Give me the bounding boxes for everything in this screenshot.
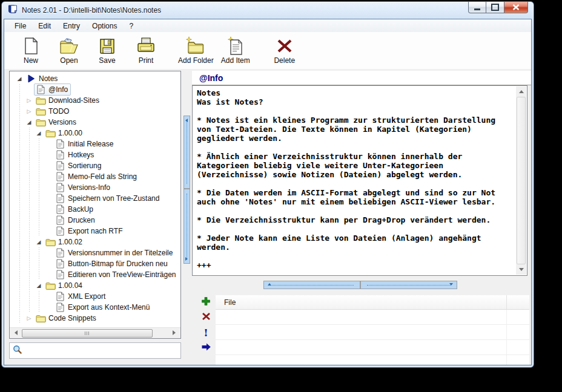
search-box: [9, 342, 181, 359]
tree-item-hotkeys[interactable]: Hotkeys: [15, 149, 180, 160]
tree-item-download-sites[interactable]: ▷Download-Sites: [15, 95, 180, 106]
tree-item-label: TODO: [48, 107, 69, 116]
tree-item-todo[interactable]: ▷TODO: [15, 106, 180, 117]
tree-item-export-aus-kontext-men[interactable]: Export aus Kontext-Menü: [15, 302, 180, 313]
file-column-header[interactable]: File: [216, 295, 507, 309]
tree-item-drucken[interactable]: Drucken: [15, 215, 180, 226]
tree-item-info[interactable]: @Info: [15, 84, 180, 95]
menu-item-edit[interactable]: Edit: [32, 21, 57, 31]
exclaim-file-button[interactable]: !: [199, 327, 213, 338]
collapse-down-icon[interactable]: [449, 283, 453, 286]
tree-item-backup[interactable]: BackUp: [15, 204, 180, 215]
tree-item-label: Versions-Info: [68, 183, 110, 192]
tree-item-button-bitmap-f-r-drucken-neu[interactable]: Button-Bitmap für Drucken neu: [15, 258, 180, 269]
note-body-text[interactable]: Notes Was ist Notes? * Notes ist ein kle…: [197, 88, 512, 273]
horizontal-splitter-right[interactable]: [360, 281, 457, 289]
exclamation-icon: !: [203, 328, 208, 338]
tree-item-1-00-04[interactable]: ◢1.00.04: [15, 280, 180, 291]
delete-button[interactable]: Delete: [266, 35, 303, 65]
tree-scrollbar-thumb[interactable]: [22, 329, 153, 338]
scroll-down-arrow-icon[interactable]: [516, 265, 526, 274]
save-floppy-icon: [97, 36, 117, 56]
expander-expanded-icon[interactable]: ◢: [34, 280, 44, 291]
expander-collapsed-icon[interactable]: ▷: [24, 106, 34, 117]
collapse-right-icon[interactable]: [185, 257, 188, 261]
restore-icon: [491, 4, 499, 11]
add-folder-button[interactable]: Add Folder: [174, 35, 217, 65]
tree-item-xml-export[interactable]: XML Export: [15, 291, 180, 302]
attachment-list: File: [216, 295, 529, 365]
notes-app-icon: [8, 4, 18, 16]
scroll-right-arrow-icon[interactable]: [169, 328, 179, 338]
expander-expanded-icon[interactable]: ◢: [15, 73, 24, 84]
close-button[interactable]: [504, 2, 528, 13]
expander-collapsed-icon[interactable]: ▷: [24, 95, 34, 106]
expander-expanded-icon[interactable]: ◢: [34, 128, 44, 139]
tree-item-editieren-von-treeview-eintr-gen[interactable]: Editieren von TreeView-Einträgen: [15, 269, 180, 280]
tree-item-versions-info[interactable]: Versions-Info: [15, 182, 180, 193]
collapse-up-icon[interactable]: [268, 283, 271, 286]
new-button[interactable]: New: [13, 35, 49, 65]
tree-item-1-00-02[interactable]: ◢1.00.02: [15, 237, 180, 247]
toolbar-button-label: Open: [60, 56, 78, 65]
open-button[interactable]: Open: [51, 35, 87, 65]
menu-item-options[interactable]: Options: [86, 21, 123, 31]
tree-item-export-nach-rtf[interactable]: Export nach RTF: [15, 226, 180, 237]
tree-item-label: Versions: [48, 118, 76, 126]
tree-item-label: 1.00.00: [58, 129, 82, 137]
tree-item-versions[interactable]: ◢Versions: [15, 117, 180, 128]
search-input[interactable]: [25, 346, 180, 356]
attachment-row: [216, 325, 529, 340]
save-button[interactable]: Save: [89, 35, 125, 65]
note-editor[interactable]: Notes Was ist Notes? * Notes ist ein kle…: [192, 85, 527, 276]
notes-tree-panel: ◢Notes@Info▷Download-Sites▷TODO◢Versions…: [9, 71, 181, 339]
folder-icon: [35, 107, 46, 116]
scroll-up-arrow-icon[interactable]: [516, 87, 526, 96]
menu-item-[interactable]: ?: [123, 21, 139, 31]
tree-item-initial-release[interactable]: Initial Release: [15, 139, 180, 149]
tree-item-notes[interactable]: ◢Notes: [15, 73, 180, 84]
remove-file-button[interactable]: [199, 312, 213, 323]
vertical-splitter-bottom[interactable]: [183, 189, 190, 264]
horizontal-splitter-left[interactable]: [263, 281, 360, 289]
tree-item-label: Hotkeys: [68, 151, 94, 159]
tree-item-label: Code Snippets: [48, 314, 96, 322]
tree-item-label: Drucken: [68, 216, 95, 224]
folder-icon: [45, 238, 56, 247]
note-vertical-scrollbar[interactable]: [516, 87, 526, 275]
extra-column-header[interactable]: [507, 295, 529, 309]
note-page-icon: [35, 85, 46, 94]
tree-item-versionsnummer-in-der-titelzeile[interactable]: Versionsnummer in der Titelzeile: [15, 247, 180, 258]
folder-icon: [35, 314, 46, 323]
open-file-button[interactable]: [199, 342, 213, 353]
add-item-button[interactable]: Add Item: [217, 35, 254, 65]
note-title: @Info: [199, 73, 223, 83]
open-folder-icon: [59, 36, 79, 56]
expander-collapsed-icon[interactable]: ▷: [24, 313, 34, 324]
tree-item-memo-feld-als-string[interactable]: Memo-Feld als String: [15, 171, 180, 182]
expander-expanded-icon[interactable]: ◢: [24, 117, 34, 128]
folder-icon: [45, 281, 56, 290]
add-file-button[interactable]: [199, 297, 213, 308]
menu-item-entry[interactable]: Entry: [57, 21, 86, 31]
tree-item-sortierung[interactable]: Sortierung: [15, 160, 180, 171]
tree-item-code-snippets[interactable]: ▷Code Snippets: [15, 313, 180, 324]
menu-item-file[interactable]: File: [8, 21, 32, 31]
expander-expanded-icon[interactable]: ◢: [34, 237, 44, 247]
tree-horizontal-scrollbar[interactable]: [10, 327, 180, 338]
note-page-icon: [55, 139, 65, 149]
minimize-button[interactable]: [468, 2, 486, 13]
tree-item-1-00-00[interactable]: ◢1.00.00: [15, 128, 180, 139]
print-icon: [136, 36, 156, 56]
print-button[interactable]: Print: [128, 35, 164, 65]
titlebar[interactable]: Notes 2.01 - D:\intelli-bit\Notes\Notes.…: [2, 2, 534, 19]
note-page-icon: [55, 248, 65, 258]
vertical-splitter-top[interactable]: [183, 116, 190, 189]
tree-item-speichern-von-tree-zustand[interactable]: Speichern von Tree-Zustand: [15, 193, 180, 204]
tree-item-label: @Info: [48, 85, 68, 94]
toolbar-button-label: Add Folder: [178, 56, 214, 65]
collapse-left-icon[interactable]: [185, 119, 188, 122]
note-scrollbar-thumb[interactable]: [517, 97, 526, 264]
restore-button[interactable]: [486, 2, 504, 13]
scroll-left-arrow-icon[interactable]: [11, 328, 21, 338]
